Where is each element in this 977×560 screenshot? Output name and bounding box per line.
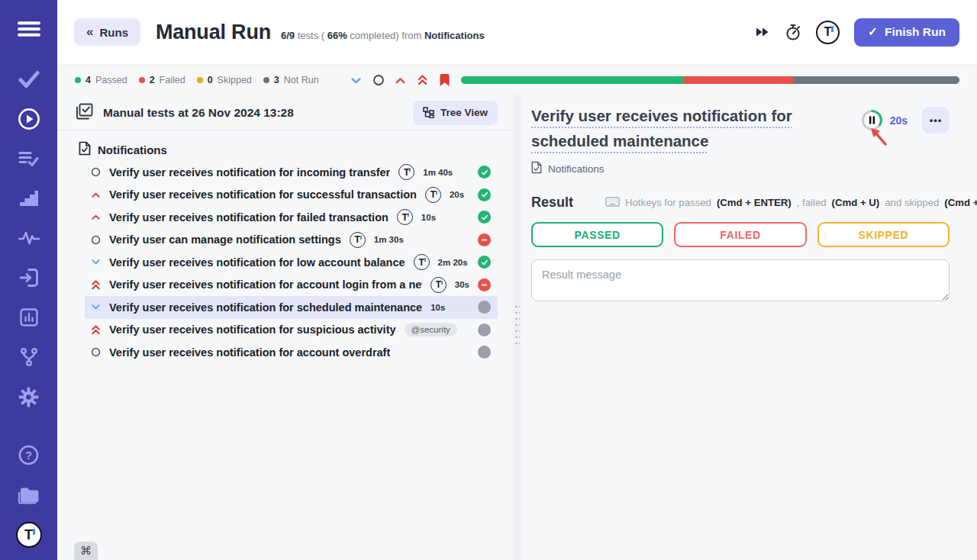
- test-duration: 30s: [455, 280, 469, 289]
- test-detail-title[interactable]: Verify user receives notification for sc…: [531, 103, 830, 153]
- bar-chart-icon[interactable]: [18, 307, 40, 328]
- skipped-button[interactable]: SKIPPED: [817, 222, 950, 247]
- filter-bookmark-icon[interactable]: [438, 73, 452, 87]
- circle-icon[interactable]: [90, 235, 101, 245]
- run-name: Manual tests at 26 Nov 2024 13:28: [103, 106, 294, 120]
- failed-button[interactable]: FAILED: [674, 222, 806, 247]
- filter-chevron-down-icon[interactable]: [350, 73, 363, 87]
- panel-splitter[interactable]: [513, 95, 521, 560]
- help-icon[interactable]: ?: [18, 444, 40, 465]
- timer-icon[interactable]: [785, 24, 801, 41]
- document-check-icon: [79, 141, 91, 158]
- test-row[interactable]: Verify user receives notification for ac…: [85, 274, 498, 297]
- testomat-icon: T: [414, 254, 430, 270]
- keyboard-icon: [605, 196, 620, 210]
- fast-forward-icon[interactable]: [755, 26, 770, 38]
- result-heading: Result: [531, 195, 573, 211]
- test-tag: @security: [405, 323, 457, 336]
- steps-icon[interactable]: [18, 188, 40, 209]
- test-row[interactable]: Verify user receives notification for fa…: [85, 206, 498, 229]
- testomat-badge-icon[interactable]: T: [816, 21, 840, 44]
- status-dot-icon: [75, 77, 81, 83]
- test-duration: 2m 20s: [438, 258, 468, 267]
- status-passed-icon: [478, 211, 491, 224]
- pulse-icon[interactable]: [18, 227, 40, 249]
- chevron-up-icon[interactable]: [90, 190, 101, 200]
- list-check-icon[interactable]: [18, 148, 40, 169]
- list-header: Manual tests at 26 Nov 2024 13:28 Tree V…: [57, 95, 513, 130]
- breadcrumb[interactable]: Notifications: [531, 161, 950, 176]
- circle-icon[interactable]: [90, 347, 101, 357]
- test-row[interactable]: Verify user receives notification for in…: [85, 161, 498, 184]
- chevron-down-icon[interactable]: [90, 257, 101, 267]
- sidebar: ? T: [0, 0, 57, 560]
- test-title: Verify user receives notification for in…: [109, 166, 390, 179]
- testomat-icon: T: [425, 187, 441, 203]
- status-not-run-icon: [478, 323, 491, 336]
- double-chevron-up-icon[interactable]: [90, 279, 101, 291]
- back-to-runs-button[interactable]: « Runs: [74, 18, 140, 46]
- suite-folder-label: Notifications: [98, 143, 167, 156]
- topbar: « Runs Manual Run 6/9 tests ( 66% comple…: [57, 0, 977, 65]
- status-legend: 4Passed2Failed0Skipped3Not Run: [75, 75, 319, 85]
- test-row[interactable]: Verify user can manage notification sett…: [85, 229, 498, 252]
- back-icon: «: [86, 24, 93, 40]
- legend-not-run: 3Not Run: [263, 75, 319, 85]
- gear-icon[interactable]: [18, 386, 40, 407]
- testomat-logo[interactable]: T: [16, 522, 42, 548]
- filter-chevron-up-icon[interactable]: [394, 73, 408, 87]
- test-title: Verify user can manage notification sett…: [109, 233, 341, 246]
- run-stats: 6/9 tests ( 66% completed) from Notifica…: [281, 30, 485, 41]
- double-chevron-up-icon[interactable]: [90, 324, 101, 336]
- finish-run-button[interactable]: ✓ Finish Run: [854, 18, 959, 47]
- test-title: Verify user receives notification for lo…: [109, 256, 405, 269]
- back-label: Runs: [99, 26, 128, 39]
- test-row[interactable]: Verify user receives notification for ac…: [85, 341, 498, 364]
- play-circle-icon[interactable]: [18, 108, 40, 130]
- svg-text:?: ?: [25, 449, 32, 461]
- status-failed-icon: [478, 233, 491, 246]
- breadcrumb-label: Notifications: [548, 163, 605, 175]
- status-passed-icon: [478, 256, 491, 269]
- test-row[interactable]: Verify user receives notification for su…: [85, 184, 498, 207]
- status-passed-icon: [478, 188, 491, 201]
- passed-button[interactable]: PASSED: [531, 222, 663, 247]
- filter-double-chevron-up-icon[interactable]: [416, 73, 430, 87]
- run-progress-bar: [461, 76, 959, 84]
- suite-folder[interactable]: Notifications: [79, 141, 513, 158]
- folder-icon[interactable]: [18, 484, 40, 505]
- test-duration: 20s: [450, 190, 464, 199]
- test-list-panel: Manual tests at 26 Nov 2024 13:28 Tree V…: [57, 95, 513, 560]
- chevron-down-icon[interactable]: [90, 302, 101, 312]
- splitter-grip-icon: [514, 304, 520, 345]
- test-row[interactable]: Verify user receives notification for sc…: [85, 296, 498, 319]
- test-duration: 1m 40s: [423, 168, 453, 177]
- status-passed-icon: [478, 166, 491, 179]
- pause-timer-button[interactable]: [861, 109, 883, 131]
- status-failed-icon: [478, 278, 491, 291]
- chevron-up-icon[interactable]: [90, 212, 101, 222]
- test-title: Verify user receives notification for fa…: [109, 211, 389, 224]
- status-dot-icon: [263, 77, 269, 83]
- test-duration: 10s: [430, 303, 445, 312]
- result-message-input[interactable]: [531, 259, 950, 301]
- hotkey-passed: (Cmd + ENTER): [717, 197, 792, 208]
- more-actions-button[interactable]: •••: [922, 107, 950, 134]
- filter-circle-icon[interactable]: [372, 73, 385, 87]
- test-title: Verify user receives notification for su…: [109, 323, 396, 336]
- check-icon[interactable]: [18, 69, 40, 90]
- test-duration: 1m 30s: [374, 235, 404, 244]
- testomat-icon: T: [430, 277, 447, 293]
- run-source: Notifications: [424, 30, 485, 41]
- command-key-button[interactable]: ⌘: [74, 542, 98, 560]
- test-row[interactable]: Verify user receives notification for lo…: [85, 251, 498, 274]
- legend-skipped: 0Skipped: [197, 75, 252, 85]
- run-checklist-icon: [76, 103, 93, 123]
- test-row[interactable]: Verify user receives notification for su…: [85, 319, 498, 342]
- menu-icon[interactable]: [18, 18, 40, 40]
- circle-icon[interactable]: [90, 167, 101, 177]
- import-icon[interactable]: [18, 267, 40, 288]
- tree-view-button[interactable]: Tree View: [413, 101, 498, 125]
- branch-icon[interactable]: [18, 346, 40, 368]
- test-list: Verify user receives notification for in…: [85, 161, 498, 364]
